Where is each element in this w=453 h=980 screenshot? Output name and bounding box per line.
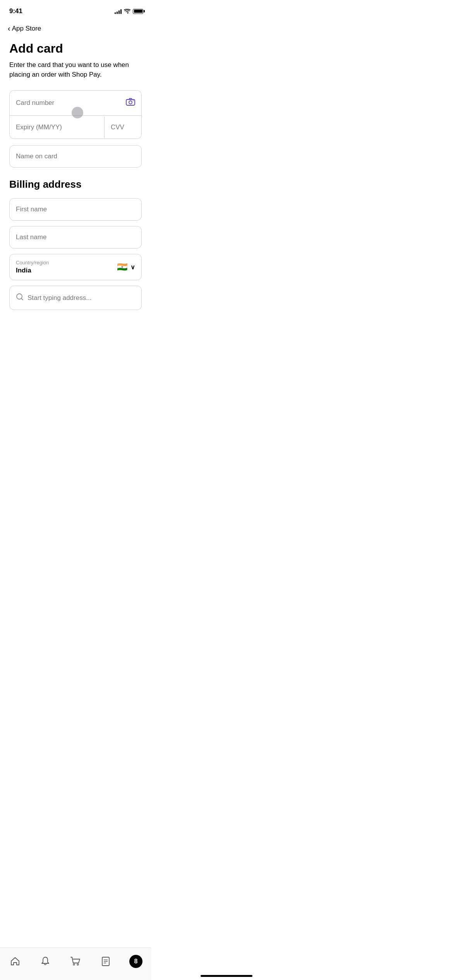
- country-value: India: [16, 267, 49, 274]
- status-icons: [115, 9, 143, 14]
- card-fields-container: [9, 90, 142, 139]
- nav-bar: ‹ App Store: [0, 19, 151, 38]
- name-on-card-field: [9, 145, 142, 168]
- camera-icon[interactable]: [126, 98, 135, 108]
- battery-icon: [133, 9, 143, 14]
- card-bottom-row: [10, 116, 141, 139]
- address-search-field: [9, 286, 142, 310]
- name-on-card-input[interactable]: [16, 152, 135, 160]
- signal-icon: [115, 9, 122, 14]
- country-info: Country/region India: [16, 260, 49, 274]
- country-label: Country/region: [16, 260, 49, 266]
- first-name-field: [9, 198, 142, 221]
- wifi-icon: [124, 9, 130, 14]
- status-bar: 9:41: [0, 0, 151, 19]
- svg-rect-0: [126, 99, 135, 105]
- cvv-input[interactable]: [111, 123, 142, 131]
- expiry-input[interactable]: [10, 117, 105, 138]
- drag-handle-overlay: [72, 107, 83, 118]
- svg-point-2: [133, 100, 134, 101]
- country-right: 🇮🇳 ∨: [117, 262, 135, 272]
- address-search-input[interactable]: [27, 294, 135, 302]
- svg-point-1: [129, 101, 132, 104]
- country-region-dropdown[interactable]: Country/region India 🇮🇳 ∨: [9, 254, 142, 280]
- cvv-row: [105, 116, 142, 139]
- card-number-input[interactable]: [16, 99, 126, 107]
- main-content: Add card Enter the card that you want to…: [0, 38, 151, 356]
- back-chevron-icon: ‹: [8, 24, 10, 33]
- last-name-field: [9, 226, 142, 248]
- back-label: App Store: [12, 25, 41, 33]
- status-time: 9:41: [9, 7, 22, 15]
- first-name-input[interactable]: [16, 206, 135, 213]
- page-title: Add card: [9, 41, 142, 56]
- back-button[interactable]: ‹ App Store: [8, 22, 41, 34]
- page-subtitle: Enter the card that you want to use when…: [9, 60, 142, 79]
- chevron-down-icon: ∨: [130, 264, 135, 271]
- billing-address-title: Billing address: [9, 178, 142, 190]
- search-icon: [16, 293, 24, 303]
- last-name-input[interactable]: [16, 233, 135, 241]
- india-flag-icon: 🇮🇳: [117, 262, 127, 272]
